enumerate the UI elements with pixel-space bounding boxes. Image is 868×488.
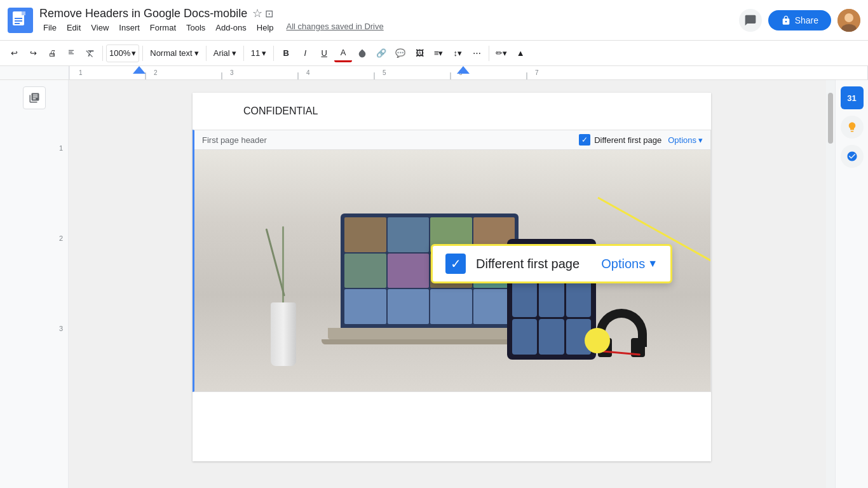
menu-insert[interactable]: Insert [115,22,144,34]
tablet-icon-8 [539,319,564,355]
menu-tools[interactable]: Tools [182,22,209,34]
redo-button[interactable]: ↪ [24,44,42,62]
thumb-6 [388,254,430,288]
toolbar: ↩ ↪ 🖨 100% ▾ Normal text ▾ Arial ▾ 11 ▾ … [0,41,868,66]
style-arrow: ▾ [194,48,199,58]
header-label: First page header [202,135,267,145]
toolbar-divider-4 [243,46,244,61]
edit-mode-button[interactable]: ✏▾ [492,44,510,62]
svg-rect-3 [15,18,22,19]
clear-format-button[interactable] [81,44,99,62]
callout-text: Different first page [476,257,591,271]
docs-icon [8,8,33,33]
vase [258,226,309,366]
callout-options-arrow-icon: ▼ [648,258,658,269]
top-actions: Share [739,9,860,32]
highlight-button[interactable] [353,44,371,62]
svg-text:4: 4 [306,69,310,76]
options-button[interactable]: Options ▾ [668,135,703,145]
thumb-10 [388,289,430,324]
menu-file[interactable]: File [39,22,60,34]
tablet-icon-4 [512,281,537,317]
underline-button[interactable]: U [315,44,333,62]
menu-addons[interactable]: Add-ons [212,22,250,34]
left-margin: 1 2 3 [0,80,69,488]
align-button[interactable]: ≡▾ [430,44,447,62]
zoom-selector[interactable]: 100% ▾ [106,44,139,62]
bulb-icon [846,121,858,133]
bold-button[interactable]: B [277,44,295,62]
style-value: Normal text [150,48,192,58]
tasks-button[interactable] [841,145,864,168]
svg-marker-23 [133,66,146,74]
user-avatar[interactable] [837,9,860,32]
tech-image: ✓ Different first page Options ▼ [194,150,710,391]
confidential-text: CONFIDENTIAL [193,93,711,130]
svg-text:2: 2 [154,69,158,76]
image-button[interactable]: 🖼 [410,44,428,62]
title-area: Remove Headers in Google Docs-mobile ☆ ⊡… [39,6,739,34]
ruler-bar: 1 2 3 4 5 6 7 [69,66,868,79]
zoom-value: 100% [109,48,130,58]
collapse-toolbar-button[interactable]: ▲ [512,44,529,62]
right-panel: 31 [835,80,868,488]
layout-icon[interactable] [23,86,46,109]
saved-status: All changes saved in Drive [287,22,384,34]
diff-first-page-checkbox-area[interactable]: ✓ Different first page [579,134,661,146]
share-label: Share [795,15,818,25]
options-arrow-icon: ▾ [698,135,703,145]
chat-button[interactable] [739,9,762,32]
line-spacing-button[interactable]: ↕▾ [449,44,466,62]
svg-point-7 [844,13,853,22]
text-color-button[interactable]: A [334,44,352,62]
paint-format-button[interactable] [62,44,80,62]
comment-button[interactable]: 💬 [391,44,409,62]
style-selector[interactable]: Normal text ▾ [146,44,202,62]
doc-area[interactable]: CONFIDENTIAL First page header ✓ Differe… [69,80,835,488]
bulb-button[interactable] [841,116,864,139]
line-num-3: 3 [0,322,63,336]
menu-format[interactable]: Format [146,22,180,34]
document-page: CONFIDENTIAL First page header ✓ Differe… [193,93,711,461]
menu-bar: File Edit View Insert Format Tools Add-o… [39,22,739,34]
callout-popup: ✓ Different first page Options ▼ [431,244,672,283]
callout-checkmark: ✓ [451,256,461,271]
doc-title[interactable]: Remove Headers in Google Docs-mobile [39,7,247,20]
vertical-scrollbar[interactable] [826,80,835,488]
print-button[interactable]: 🖨 [43,44,61,62]
callout-options-label: Options [601,257,645,271]
ruler: 1 2 3 4 5 6 7 [0,66,868,80]
more-options-button[interactable]: ⋯ [468,44,485,62]
share-button[interactable]: Share [768,10,831,30]
calendar-button[interactable]: 31 [841,86,864,109]
italic-button[interactable]: I [296,44,314,62]
svg-text:5: 5 [383,69,386,76]
svg-rect-5 [15,23,20,24]
scrollbar-thumb[interactable] [828,93,833,144]
tablet-icon-5 [539,281,564,317]
laptop-base [328,328,531,339]
menu-help[interactable]: Help [253,22,278,34]
menu-edit[interactable]: Edit [63,22,85,34]
font-size-selector[interactable]: 11 ▾ [247,44,270,62]
link-button[interactable]: 🔗 [372,44,390,62]
calendar-date: 31 [847,93,856,103]
annotation-circle [585,328,610,353]
header-controls: ✓ Different first page Options ▾ [579,134,703,146]
font-selector[interactable]: Arial ▾ [210,44,240,62]
font-arrow: ▾ [232,48,236,58]
undo-button[interactable]: ↩ [5,44,23,62]
chat-icon [744,14,757,27]
callout-options-button[interactable]: Options ▼ [601,257,658,271]
vase-body [271,302,296,366]
toolbar-divider-2 [142,46,143,61]
thumb-2 [388,217,430,252]
callout-checkbox: ✓ [445,254,466,274]
star-icon[interactable]: ☆ [252,6,262,20]
thumb-9 [344,289,386,324]
page-container: CONFIDENTIAL First page header ✓ Differe… [193,93,711,461]
cloud-icon: ⊡ [265,8,273,20]
menu-view[interactable]: View [87,22,112,34]
svg-rect-4 [15,20,22,22]
tasks-icon [846,151,858,162]
